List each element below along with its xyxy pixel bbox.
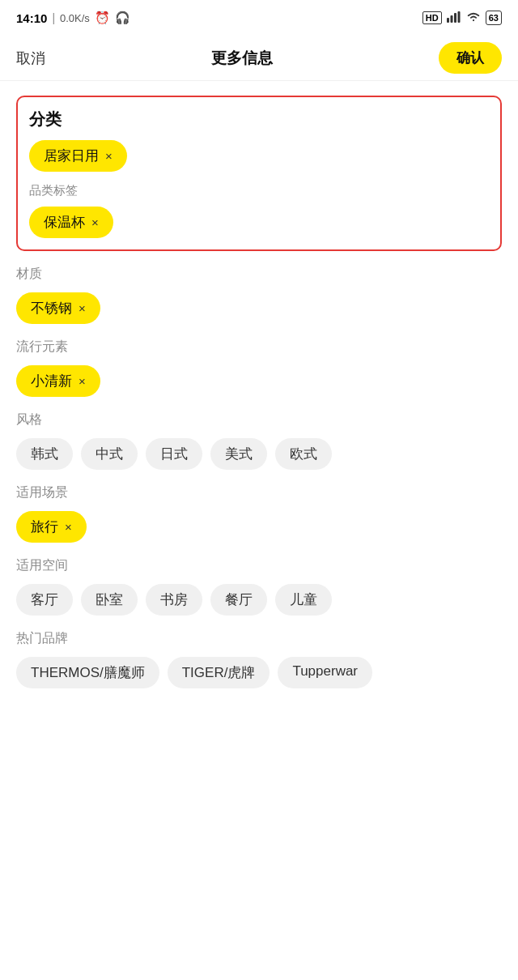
confirm-button[interactable]: 确认 bbox=[439, 42, 502, 74]
subcategory-label: 品类标签 bbox=[29, 183, 489, 198]
signal-icon bbox=[447, 11, 461, 25]
trend-section: 流行元素 小清新 × bbox=[16, 339, 502, 397]
space-tag-4[interactable]: 儿童 bbox=[275, 584, 332, 616]
status-speed: 0.0K/s bbox=[60, 12, 90, 24]
subcategory-tags-row: 保温杯 × bbox=[29, 207, 489, 238]
scene-tag-selected[interactable]: 旅行 × bbox=[16, 511, 87, 543]
brand-tag-0[interactable]: THERMOS/膳魔师 bbox=[16, 657, 159, 688]
space-tag-3[interactable]: 餐厅 bbox=[210, 584, 267, 616]
status-right: HD 63 bbox=[422, 11, 502, 25]
battery-level: 63 bbox=[486, 11, 502, 25]
brand-tags-row: THERMOS/膳魔师 TIGER/虎牌 Tupperwar bbox=[16, 657, 502, 688]
category-tag-label: 居家日用 bbox=[44, 147, 99, 165]
category-tag-selected[interactable]: 居家日用 × bbox=[29, 140, 127, 172]
brand-tag-1[interactable]: TIGER/虎牌 bbox=[168, 657, 270, 688]
material-tags-row: 不锈钢 × bbox=[16, 292, 502, 324]
headphone-icon: 🎧 bbox=[115, 11, 130, 25]
status-time: 14:10 bbox=[16, 11, 47, 25]
status-left: 14:10 | 0.0K/s ⏰ 🎧 bbox=[16, 11, 130, 25]
scene-tags-row: 旅行 × bbox=[16, 511, 502, 543]
page-title: 更多信息 bbox=[211, 48, 273, 69]
nav-bar: 取消 更多信息 确认 bbox=[0, 36, 518, 81]
scene-title: 适用场景 bbox=[16, 484, 502, 501]
svg-rect-3 bbox=[457, 11, 460, 23]
style-section: 风格 韩式 中式 日式 美式 欧式 bbox=[16, 411, 502, 470]
cancel-button[interactable]: 取消 bbox=[16, 49, 45, 68]
status-separator: | bbox=[52, 11, 55, 24]
trend-title: 流行元素 bbox=[16, 339, 502, 356]
material-tag-label: 不锈钢 bbox=[31, 299, 72, 317]
material-title: 材质 bbox=[16, 266, 502, 283]
space-tag-2[interactable]: 书房 bbox=[146, 584, 202, 616]
trend-tags-row: 小清新 × bbox=[16, 365, 502, 397]
category-tags-row: 居家日用 × bbox=[29, 140, 489, 172]
category-tag-close-icon[interactable]: × bbox=[105, 149, 113, 163]
hd-label: HD bbox=[422, 11, 442, 24]
material-tag-close-icon[interactable]: × bbox=[79, 301, 86, 315]
style-tag-3[interactable]: 美式 bbox=[210, 438, 267, 470]
category-section: 分类 居家日用 × 品类标签 保温杯 × bbox=[16, 96, 502, 251]
brand-title: 热门品牌 bbox=[16, 630, 502, 647]
scene-tag-close-icon[interactable]: × bbox=[65, 520, 72, 534]
scene-tag-label: 旅行 bbox=[31, 518, 58, 536]
space-section: 适用空间 客厅 卧室 书房 餐厅 儿童 bbox=[16, 557, 502, 616]
style-tags-row: 韩式 中式 日式 美式 欧式 bbox=[16, 438, 502, 470]
space-title: 适用空间 bbox=[16, 557, 502, 574]
wifi-icon bbox=[466, 11, 481, 25]
style-tag-0[interactable]: 韩式 bbox=[16, 438, 73, 470]
content-area: 分类 居家日用 × 品类标签 保温杯 × 材质 不锈钢 × bbox=[0, 96, 518, 688]
brand-section: 热门品牌 THERMOS/膳魔师 TIGER/虎牌 Tupperwar bbox=[16, 630, 502, 688]
alarm-icon: ⏰ bbox=[95, 11, 110, 25]
trend-tag-selected[interactable]: 小清新 × bbox=[16, 365, 100, 397]
category-highlight-box: 分类 居家日用 × 品类标签 保温杯 × bbox=[16, 96, 502, 251]
trend-tag-label: 小清新 bbox=[31, 372, 72, 390]
svg-rect-1 bbox=[450, 15, 452, 23]
category-title: 分类 bbox=[29, 109, 489, 130]
material-section: 材质 不锈钢 × bbox=[16, 266, 502, 324]
material-tag-selected[interactable]: 不锈钢 × bbox=[16, 292, 100, 324]
subcategory-tag-selected[interactable]: 保温杯 × bbox=[29, 207, 113, 238]
space-tags-row: 客厅 卧室 书房 餐厅 儿童 bbox=[16, 584, 502, 616]
subcategory-tag-close-icon[interactable]: × bbox=[91, 215, 99, 229]
style-tag-2[interactable]: 日式 bbox=[146, 438, 202, 470]
style-title: 风格 bbox=[16, 411, 502, 428]
status-bar: 14:10 | 0.0K/s ⏰ 🎧 HD 63 bbox=[0, 0, 518, 36]
subcategory-tag-label: 保温杯 bbox=[44, 213, 85, 232]
space-tag-0[interactable]: 客厅 bbox=[16, 584, 73, 616]
svg-rect-2 bbox=[454, 13, 456, 23]
style-tag-1[interactable]: 中式 bbox=[81, 438, 138, 470]
trend-tag-close-icon[interactable]: × bbox=[79, 374, 86, 388]
brand-tag-2[interactable]: Tupperwar bbox=[278, 657, 372, 688]
svg-rect-0 bbox=[447, 18, 449, 23]
scene-section: 适用场景 旅行 × bbox=[16, 484, 502, 543]
style-tag-4[interactable]: 欧式 bbox=[275, 438, 332, 470]
space-tag-1[interactable]: 卧室 bbox=[81, 584, 138, 616]
